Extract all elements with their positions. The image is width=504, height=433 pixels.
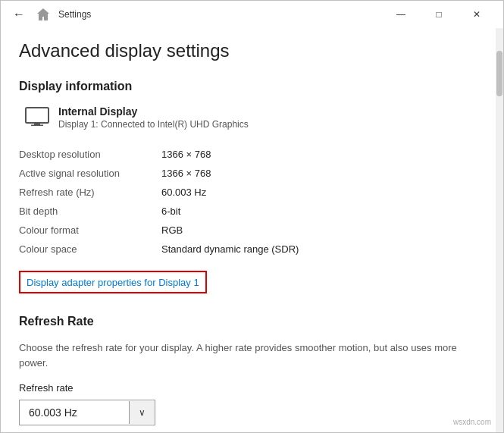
property-label: Active signal resolution: [19, 164, 155, 183]
display-name: Internal Display: [58, 105, 249, 118]
close-button[interactable]: ✕: [459, 4, 494, 25]
main-content: Advanced display settings Display inform…: [1, 28, 496, 432]
property-value: RGB: [155, 221, 477, 240]
table-row: Refresh rate (Hz) 60.003 Hz: [19, 183, 477, 202]
page-title: Advanced display settings: [19, 40, 230, 61]
display-info-title: Display information: [19, 80, 477, 93]
table-row: Desktop resolution 1366 × 768: [19, 145, 477, 164]
scrollbar[interactable]: [496, 28, 503, 432]
table-row: Bit depth 6-bit: [19, 202, 477, 221]
display-info-text: Internal Display Display 1: Connected to…: [58, 105, 249, 130]
property-value: 1366 × 768: [155, 164, 477, 183]
property-value: 60.003 Hz: [155, 183, 477, 202]
adapter-link-box: Display adapter properties for Display 1: [19, 271, 207, 293]
refresh-rate-dropdown[interactable]: 60.003 Hz ∨: [19, 400, 155, 425]
display-info-section: Display information Internal Display Dis…: [19, 80, 477, 306]
chevron-down-icon: ∨: [129, 401, 155, 424]
table-row: Colour space Standard dynamic range (SDR…: [19, 240, 477, 259]
minimize-button[interactable]: —: [383, 4, 418, 25]
property-value: 6-bit: [155, 202, 477, 221]
watermark: wsxdn.com: [453, 418, 491, 426]
svg-rect-0: [26, 108, 49, 123]
adapter-link[interactable]: Display adapter properties for Display 1: [27, 277, 199, 288]
refresh-rate-value: 60.003 Hz: [20, 400, 129, 425]
property-value: 1366 × 768: [155, 145, 477, 164]
maximize-button[interactable]: □: [421, 4, 456, 25]
property-label: Colour space: [19, 240, 155, 259]
table-row: Colour format RGB: [19, 221, 477, 240]
monitor-icon: [25, 107, 49, 130]
refresh-rate-desc: Choose the refresh rate for your display…: [19, 340, 477, 370]
property-label: Desktop resolution: [19, 145, 155, 164]
svg-rect-2: [31, 125, 43, 127]
refresh-rate-section: Refresh Rate Choose the refresh rate for…: [19, 315, 477, 425]
refresh-rate-title: Refresh Rate: [19, 315, 477, 328]
content-area: Advanced display settings Display inform…: [1, 28, 503, 432]
home-icon: [36, 7, 51, 22]
properties-table: Desktop resolution 1366 × 768 Active sig…: [19, 145, 477, 259]
settings-window: ← Settings — □ ✕ Advanced display settin…: [0, 0, 504, 433]
property-label: Refresh rate (Hz): [19, 183, 155, 202]
property-value: Standard dynamic range (SDR): [155, 240, 477, 259]
title-bar-controls: — □ ✕: [383, 4, 494, 25]
back-button[interactable]: ←: [10, 5, 28, 24]
page-header: Advanced display settings: [19, 40, 477, 61]
property-label: Bit depth: [19, 202, 155, 221]
refresh-rate-field-label: Refresh rate: [19, 382, 477, 394]
title-bar-left: ← Settings: [10, 5, 91, 24]
display-sub: Display 1: Connected to Intel(R) UHD Gra…: [58, 119, 249, 130]
window-title: Settings: [58, 9, 91, 20]
property-label: Colour format: [19, 221, 155, 240]
scrollbar-thumb[interactable]: [496, 51, 502, 96]
display-info-card: Internal Display Display 1: Connected to…: [19, 105, 477, 130]
title-bar: ← Settings — □ ✕: [1, 1, 503, 28]
table-row: Active signal resolution 1366 × 768: [19, 164, 477, 183]
